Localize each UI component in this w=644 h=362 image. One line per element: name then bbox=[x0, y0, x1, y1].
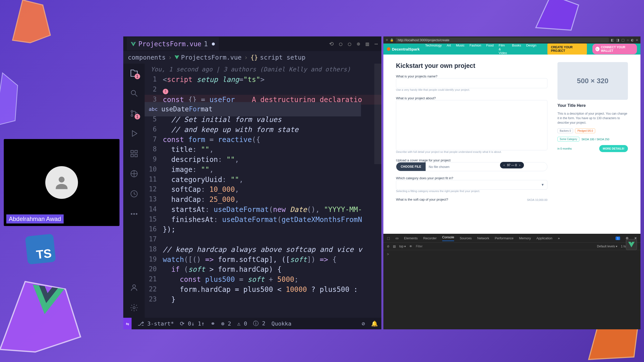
vue-devtools-icon[interactable] bbox=[626, 239, 637, 250]
breadcrumb[interactable]: components › ProjectsForm.vue › {} scrip… bbox=[123, 51, 381, 64]
floating-counter-chip[interactable]: ‹ 97 — 0 › bbox=[500, 162, 524, 168]
field-label: What is the soft cap of your project? bbox=[396, 198, 448, 201]
extension-icon[interactable]: ▢ bbox=[621, 38, 625, 42]
tab-badge: 1 bbox=[204, 40, 208, 48]
svg-point-5 bbox=[59, 177, 64, 183]
remote-indicator[interactable]: ⇋ bbox=[123, 318, 132, 329]
preview-image-placeholder: 500 × 320 bbox=[557, 62, 628, 100]
sidebar-toggle-icon[interactable]: ▤ bbox=[393, 245, 396, 248]
choose-file-button[interactable]: CHOOSE FILE bbox=[396, 162, 426, 171]
bell-icon[interactable]: 🔔 bbox=[371, 321, 378, 327]
ports-icon[interactable]: ⚭ bbox=[211, 321, 215, 327]
connect-wallet-button[interactable]: L CONNECT YOUR WALLET bbox=[592, 44, 637, 54]
create-project-button[interactable]: CREATE YOUR PROJECT bbox=[547, 43, 587, 55]
feedback-icon[interactable]: ⊘ bbox=[362, 321, 365, 327]
file-input[interactable]: CHOOSE FILE No file chosen bbox=[396, 162, 547, 171]
warning-count[interactable]: ⚠ 0 bbox=[237, 321, 247, 327]
field-hint: Use a very handy title that people could… bbox=[396, 88, 547, 91]
nav-link[interactable]: Film & Video bbox=[499, 43, 507, 55]
devtools-tab[interactable]: Sources bbox=[460, 236, 472, 240]
extensions-icon[interactable] bbox=[129, 149, 139, 159]
extension-icon[interactable]: ◧ bbox=[611, 38, 614, 42]
svg-point-7 bbox=[131, 110, 133, 112]
nav-link[interactable]: Food bbox=[486, 43, 494, 55]
extension-icon[interactable]: ◨ bbox=[616, 38, 619, 42]
go-back-icon[interactable]: ⟲ bbox=[329, 41, 334, 47]
git-branch[interactable]: ⎇ 3-start* bbox=[138, 321, 174, 327]
field-label: What is your project about? bbox=[396, 96, 547, 100]
editor-tab[interactable]: ProjectsForm.vue 1 bbox=[127, 37, 219, 50]
brand-logo[interactable]: DecentralSpark bbox=[387, 47, 420, 51]
nav-link[interactable]: Technology bbox=[425, 43, 442, 55]
site-nav: Technology Art Music Fashion Food Film &… bbox=[425, 43, 536, 55]
nav-link[interactable]: Music bbox=[456, 43, 464, 55]
pledged-pill: Pledged 0/0.0 bbox=[575, 128, 595, 133]
error-glyph-icon[interactable]: ! bbox=[163, 89, 168, 94]
chevron-right-icon[interactable]: › bbox=[519, 163, 520, 167]
months-text: in 0 months bbox=[557, 147, 572, 150]
nav-link[interactable]: Books bbox=[512, 43, 521, 55]
svg-marker-1 bbox=[0, 73, 18, 126]
timeline-icon[interactable] bbox=[129, 189, 139, 199]
run-icon[interactable]: ○ bbox=[348, 41, 351, 47]
devtools-tab[interactable]: Recorder bbox=[423, 236, 436, 240]
project-name-input[interactable] bbox=[396, 78, 547, 88]
nav-link[interactable]: Fashion bbox=[469, 43, 481, 55]
project-about-textarea[interactable] bbox=[396, 100, 547, 150]
error-count[interactable]: ⊗ 2 bbox=[221, 321, 231, 327]
console-body[interactable]: > bbox=[383, 250, 640, 329]
quokka-status[interactable]: Quokka bbox=[271, 321, 291, 327]
category-select[interactable] bbox=[396, 180, 547, 190]
explorer-icon[interactable]: 1 bbox=[129, 68, 139, 78]
traffic-light-icon[interactable] bbox=[386, 39, 388, 41]
devtools-tab[interactable]: Network bbox=[477, 236, 489, 240]
log-levels-selector[interactable]: Default levels ▾ bbox=[597, 245, 617, 248]
devtools-tab[interactable]: Console bbox=[442, 235, 454, 241]
split-editor-icon[interactable]: ▥ bbox=[366, 41, 369, 47]
devtools-tab[interactable]: Performance bbox=[495, 236, 513, 240]
field-label: What is your projects name? bbox=[396, 74, 547, 78]
browser-window: 🔒 http://localhost:3000/projects/create … bbox=[383, 36, 640, 329]
minimap[interactable] bbox=[374, 64, 381, 164]
intellisense-popup[interactable]: abc useDateFormat bbox=[145, 102, 361, 116]
devtools-tab[interactable]: Elements bbox=[404, 236, 418, 240]
backers-pill: Backers 0 bbox=[557, 128, 573, 133]
sync-status[interactable]: ⟳ 0↓ 1↑ bbox=[180, 321, 204, 327]
word-suggestion-icon: abc bbox=[149, 106, 158, 113]
nav-link[interactable]: Design bbox=[526, 43, 536, 55]
typescript-logo: TS bbox=[25, 234, 56, 264]
account-icon[interactable] bbox=[129, 283, 139, 293]
inspect-icon[interactable]: ⬚ bbox=[387, 236, 390, 240]
console-prompt: > bbox=[387, 252, 389, 256]
nav-link[interactable]: Art bbox=[447, 43, 451, 55]
issues-badge[interactable]: 1 bbox=[616, 237, 620, 240]
clear-console-icon[interactable]: ⊘ bbox=[387, 245, 389, 248]
brand-mark-icon bbox=[387, 47, 390, 51]
compass-icon[interactable]: ⊕ bbox=[357, 41, 360, 47]
eye-icon[interactable]: 👁 bbox=[409, 245, 412, 248]
settings-gear-icon[interactable] bbox=[129, 303, 139, 313]
devtools-tab[interactable]: Memory bbox=[519, 236, 531, 240]
page-content: Kickstart your own project What is your … bbox=[383, 55, 640, 234]
code-editor[interactable]: You, 1 second ago | 3 authors (Daniel Ke… bbox=[145, 64, 381, 318]
debug-icon[interactable] bbox=[129, 128, 139, 139]
address-bar[interactable]: http://localhost:3000/projects/create bbox=[396, 38, 609, 42]
field-hint: Describe with full detail your project s… bbox=[396, 150, 547, 153]
info-count[interactable]: ⓘ 2 bbox=[253, 320, 265, 327]
context-selector[interactable]: top ▾ bbox=[399, 245, 406, 248]
more-icon[interactable]: ⋯ bbox=[375, 41, 378, 47]
source-control-icon[interactable]: 1 bbox=[129, 108, 139, 118]
extension-icon[interactable]: ≡ bbox=[636, 38, 638, 42]
remote-icon[interactable] bbox=[129, 169, 139, 179]
more-icon[interactable] bbox=[129, 209, 139, 219]
console-filter-input[interactable]: Filter bbox=[416, 245, 593, 248]
chevron-left-icon[interactable]: ‹ bbox=[504, 163, 505, 167]
extension-icon[interactable]: ○ bbox=[627, 38, 629, 42]
more-details-button[interactable]: MORE DETAILS! bbox=[599, 145, 628, 152]
devtools-tab[interactable]: Application bbox=[536, 236, 552, 240]
extension-icon[interactable]: ◐ bbox=[631, 38, 634, 42]
device-toggle-icon[interactable]: ▭ bbox=[395, 236, 398, 240]
search-icon[interactable] bbox=[129, 88, 139, 98]
run-icon[interactable]: ○ bbox=[339, 41, 342, 47]
more-tabs-icon[interactable]: » bbox=[558, 236, 560, 240]
